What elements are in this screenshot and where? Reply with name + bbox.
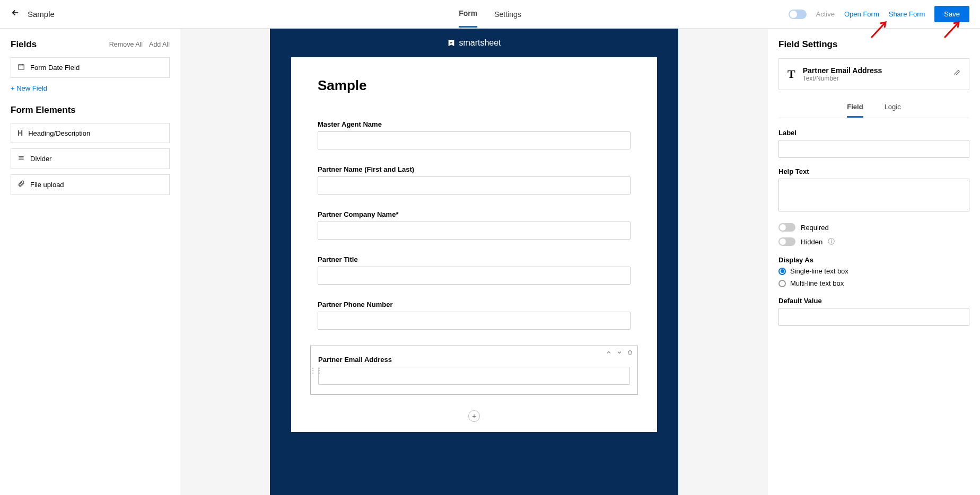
settings-header: Field Settings (778, 39, 969, 50)
field-item-label: Form Date Field (30, 64, 80, 72)
radio-icon (778, 280, 786, 287)
hidden-toggle[interactable] (778, 237, 795, 246)
drag-handle-icon[interactable]: ⋮⋮ (310, 367, 322, 374)
top-toolbar: Sample Form Settings Active Open Form Sh… (0, 0, 980, 29)
helptext-label: Help Text (778, 167, 969, 175)
form-field-selected[interactable]: ⋮⋮ Partner Email Address (310, 346, 638, 395)
element-divider[interactable]: Divider (11, 148, 170, 169)
fields-header: Fields (11, 39, 37, 50)
radio-icon (778, 268, 786, 275)
remove-all-link[interactable]: Remove All (109, 41, 143, 48)
field-input[interactable] (318, 267, 631, 285)
form-field[interactable]: Partner Phone Number (318, 300, 631, 330)
tab-form[interactable]: Form (459, 1, 477, 28)
radio-multi-line[interactable]: Multi-line text box (778, 279, 969, 287)
active-label: Active (816, 10, 835, 18)
info-icon[interactable]: ⓘ (828, 237, 835, 246)
element-file-upload[interactable]: File upload (11, 174, 170, 195)
divider-icon (18, 154, 25, 163)
radio-single-line[interactable]: Single-line text box (778, 267, 969, 275)
field-card-name: Partner Email Address (803, 66, 882, 75)
required-label: Required (801, 224, 829, 232)
share-form-link[interactable]: Share Form (889, 10, 925, 18)
form-elements-header: Form Elements (11, 105, 170, 116)
settings-tab-field[interactable]: Field (847, 98, 863, 118)
add-all-link[interactable]: Add All (149, 41, 170, 48)
add-field-button[interactable]: + (468, 410, 480, 422)
date-icon (18, 63, 25, 72)
radio-label: Multi-line text box (790, 279, 844, 287)
field-label: Partner Email Address (318, 356, 630, 364)
element-label: Divider (30, 155, 51, 163)
helptext-input[interactable] (778, 179, 969, 211)
attach-icon (18, 180, 25, 189)
page-title: Sample (28, 10, 55, 19)
field-settings-panel: Field Settings T Partner Email Address T… (768, 29, 980, 495)
element-label: Heading/Description (28, 129, 90, 137)
field-input[interactable] (318, 367, 630, 385)
move-up-icon[interactable] (606, 349, 612, 357)
default-value-input[interactable] (778, 308, 969, 326)
back-arrow-icon[interactable] (11, 8, 20, 20)
heading-icon: H (18, 129, 23, 137)
radio-label: Single-line text box (790, 267, 848, 275)
settings-tab-logic[interactable]: Logic (885, 98, 901, 118)
tab-settings[interactable]: Settings (494, 2, 521, 27)
field-card-type: Text/Number (803, 75, 882, 82)
field-card: T Partner Email Address Text/Number (778, 58, 969, 90)
save-button[interactable]: Save (934, 6, 969, 22)
open-form-link[interactable]: Open Form (844, 10, 879, 18)
active-toggle[interactable] (789, 10, 807, 19)
svg-rect-0 (19, 65, 24, 69)
default-value-label: Default Value (778, 297, 969, 305)
label-input[interactable] (778, 140, 969, 158)
element-label: File upload (30, 181, 64, 189)
edit-icon[interactable] (953, 69, 960, 79)
hidden-label: Hidden (801, 238, 822, 246)
required-toggle[interactable] (778, 223, 795, 232)
field-item-date[interactable]: Form Date Field (11, 57, 170, 78)
text-type-icon: T (788, 67, 795, 81)
displayas-label: Display As (778, 256, 969, 264)
delete-icon[interactable] (627, 349, 633, 357)
label-label: Label (778, 129, 969, 137)
field-input[interactable] (318, 312, 631, 330)
fields-panel: Fields Remove All Add All Form Date Fiel… (0, 29, 180, 495)
new-field-link[interactable]: + New Field (11, 84, 47, 92)
element-heading[interactable]: H Heading/Description (11, 123, 170, 143)
field-label: Partner Phone Number (318, 300, 631, 308)
move-down-icon[interactable] (616, 349, 623, 357)
